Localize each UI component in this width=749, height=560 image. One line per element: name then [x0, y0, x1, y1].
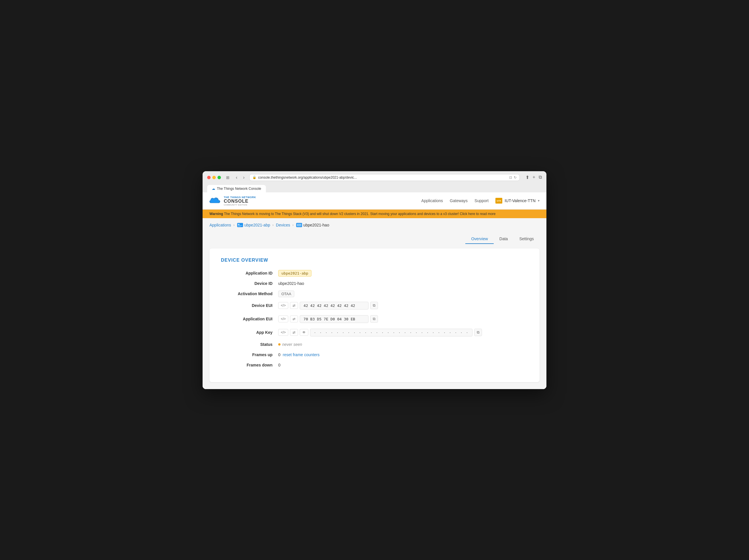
- breadcrumb-device-section: ubpe2021-hao: [296, 223, 329, 227]
- tab-bar: ☁ The Things Network Console: [207, 184, 542, 193]
- device-eui-copy-button[interactable]: ⧉: [370, 302, 378, 309]
- address-text: console.thethingsnetwork.org/application…: [258, 176, 508, 180]
- main-content: DEVICE OVERVIEW Application ID ubpe2021-…: [202, 244, 547, 389]
- user-logo-badge: iUTA: [495, 198, 502, 204]
- svg-rect-1: [238, 224, 239, 225]
- card-title: DEVICE OVERVIEW: [221, 258, 528, 263]
- frames-up-label: Frames up: [221, 353, 278, 357]
- status-label: Status: [221, 342, 278, 347]
- breadcrumb-sep-3: ›: [293, 223, 294, 227]
- new-tab-icon[interactable]: +: [533, 175, 535, 180]
- warning-banner[interactable]: Warning The Things Network is moving to …: [202, 209, 547, 218]
- user-badge-text: iUTA: [496, 200, 501, 202]
- close-button[interactable]: [207, 176, 211, 179]
- user-name: IUT-Valence-TTN: [505, 198, 536, 203]
- logo-ttn: THE THINGS NETWORK: [224, 196, 256, 199]
- application-eui-label: Application EUI: [221, 317, 278, 321]
- status-row: Status never seen: [221, 342, 528, 347]
- device-eui-code-button[interactable]: </>: [278, 302, 288, 309]
- ttn-logo: THE THINGS NETWORK CONSOLE COMMUNITY EDI…: [210, 196, 256, 206]
- lock-icon: 🔒: [253, 176, 256, 179]
- svg-rect-2: [238, 225, 242, 226]
- breadcrumb-app-id[interactable]: ubpe2021-abp: [244, 223, 270, 227]
- reload-icon[interactable]: ↻: [514, 176, 517, 180]
- breadcrumb: Applications › ubpe2021-abp › Devices ›: [202, 218, 547, 232]
- nav-support[interactable]: Support: [474, 198, 489, 203]
- tab-title: The Things Network Console: [217, 187, 261, 191]
- forward-button[interactable]: ›: [242, 174, 245, 181]
- frames-down-label: Frames down: [221, 363, 278, 367]
- device-id-label: Device ID: [221, 281, 278, 286]
- device-icon: [296, 223, 302, 227]
- application-eui-row: Application EUI </> ⇄ 70 B3 D5 7E D0 04 …: [221, 315, 528, 323]
- logo-edition: COMMUNITY EDITION: [224, 204, 256, 206]
- tab-settings[interactable]: Settings: [513, 234, 539, 244]
- browser-actions: ⬆ + ⧉: [526, 175, 542, 180]
- browser-chrome: ⊞ ‹ › 🔒 console.thethingsnetwork.org/app…: [202, 171, 547, 193]
- tab-cloud-icon: ☁: [212, 187, 215, 191]
- user-section[interactable]: iUTA IUT-Valence-TTN ▾: [495, 198, 539, 204]
- app-key-value: · · · · · · · · · · · · · · · · · · · · …: [310, 329, 472, 336]
- logo-words: THE THINGS NETWORK CONSOLE COMMUNITY EDI…: [224, 196, 256, 206]
- breadcrumb-device-id: ubpe2021-hao: [303, 223, 329, 227]
- app-key-copy-button[interactable]: ⧉: [474, 329, 482, 336]
- device-eui-label: Device EUI: [221, 303, 278, 308]
- app-eui-code-button[interactable]: </>: [278, 315, 288, 322]
- tabs-icon[interactable]: ⧉: [539, 175, 542, 180]
- svg-point-7: [297, 224, 298, 225]
- cloud-logo-icon: [210, 196, 221, 205]
- frames-down-row: Frames down 0: [221, 363, 528, 367]
- page-tabs: Overview Data Settings: [202, 232, 547, 244]
- nav-links: Applications Gateways Support: [421, 198, 489, 203]
- breadcrumb-sep-1: ›: [234, 223, 235, 227]
- application-id-label: Application ID: [221, 271, 278, 275]
- app-eui-copy-button[interactable]: ⧉: [370, 315, 378, 323]
- device-eui-row: Device EUI </> ⇄ 42 42 42 42 42 42 42 42…: [221, 302, 528, 310]
- address-bar[interactable]: 🔒 console.thethingsnetwork.org/applicati…: [249, 174, 520, 181]
- device-eui-value: 42 42 42 42 42 42 42 42: [300, 302, 368, 310]
- application-id-row: Application ID ubpe2021-abp: [221, 271, 528, 275]
- device-id-value: ubpe2021-hao: [278, 281, 304, 286]
- breadcrumb-devices[interactable]: Devices: [276, 223, 290, 227]
- status-indicator: [278, 343, 280, 345]
- breadcrumb-applications[interactable]: Applications: [210, 223, 231, 227]
- app-key-swap-button[interactable]: ⇄: [290, 329, 298, 336]
- svg-rect-9: [299, 225, 300, 225]
- frames-up-value: 0: [278, 353, 280, 357]
- warning-message: The Things Network is moving to The Thin…: [224, 212, 496, 216]
- device-id-row: Device ID ubpe2021-hao: [221, 281, 528, 286]
- app-key-row: App Key </> ⇄ 👁 · · · · · · · · · · · · …: [221, 329, 528, 336]
- logo-console: CONSOLE: [224, 199, 249, 204]
- nav-gateways[interactable]: Gateways: [450, 198, 468, 203]
- app-content: THE THINGS NETWORK CONSOLE COMMUNITY EDI…: [202, 193, 547, 389]
- svg-rect-8: [299, 224, 301, 225]
- maximize-button[interactable]: [217, 176, 221, 179]
- nav-applications[interactable]: Applications: [421, 198, 443, 203]
- minimize-button[interactable]: [212, 176, 216, 179]
- browser-window: ⊞ ‹ › 🔒 console.thethingsnetwork.org/app…: [202, 171, 547, 389]
- device-card: DEVICE OVERVIEW Application ID ubpe2021-…: [210, 248, 539, 382]
- back-button[interactable]: ‹: [235, 174, 238, 181]
- frames-up-row: Frames up 0 reset frame counters: [221, 353, 528, 357]
- active-tab[interactable]: ☁ The Things Network Console: [207, 185, 266, 193]
- device-eui-swap-button[interactable]: ⇄: [290, 302, 298, 309]
- application-id-value: ubpe2021-abp: [278, 270, 312, 276]
- activation-method-value: OTAA: [278, 291, 294, 297]
- app-key-label: App Key: [221, 330, 278, 335]
- app-eui-swap-button[interactable]: ⇄: [290, 315, 298, 322]
- app-key-code-button[interactable]: </>: [278, 329, 288, 336]
- tab-data[interactable]: Data: [494, 234, 514, 244]
- reader-icon: ⊡: [509, 176, 512, 180]
- share-icon[interactable]: ⬆: [526, 175, 529, 180]
- app-key-visibility-button[interactable]: 👁: [300, 329, 308, 336]
- sidebar-toggle-button[interactable]: ⊞: [224, 175, 231, 180]
- breadcrumb-app-section: ubpe2021-abp: [237, 223, 270, 227]
- breadcrumb-sep-2: ›: [273, 223, 274, 227]
- tab-overview[interactable]: Overview: [465, 234, 493, 244]
- logo-section: THE THINGS NETWORK CONSOLE COMMUNITY EDI…: [210, 196, 421, 206]
- activation-method-row: Activation Method OTAA: [221, 291, 528, 296]
- reset-frame-counters-link[interactable]: reset frame counters: [283, 353, 320, 357]
- traffic-lights: [207, 176, 221, 179]
- app-icon: [237, 223, 243, 227]
- chevron-down-icon: ▾: [538, 199, 539, 203]
